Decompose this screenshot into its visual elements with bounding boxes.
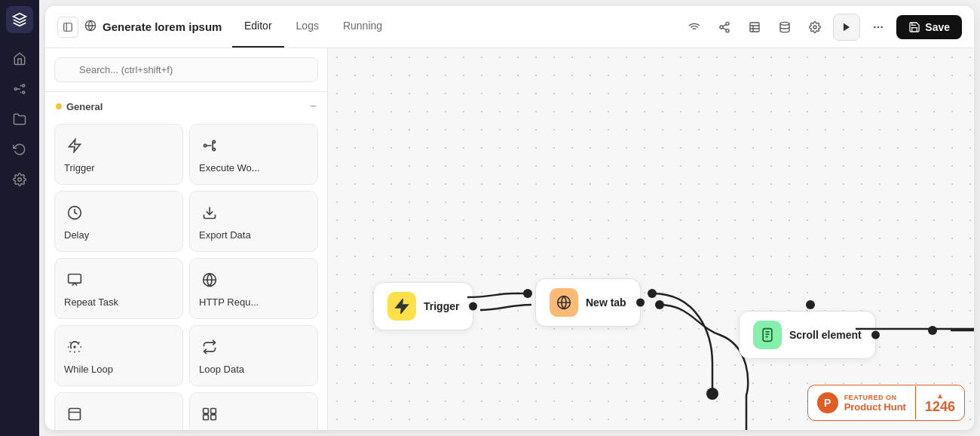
tab-logs[interactable]: Logs — [284, 6, 331, 48]
share-icon-btn[interactable] — [712, 15, 737, 39]
database-icon-btn[interactable] — [773, 15, 797, 39]
save-button[interactable]: Save — [896, 15, 962, 39]
svg-marker-18 — [844, 23, 850, 31]
logo-button[interactable] — [6, 6, 33, 33]
new-tab-node-label: New tab — [586, 296, 626, 309]
svg-point-7 — [726, 22, 729, 25]
block-trigger[interactable]: Trigger — [54, 124, 183, 185]
top-bar: Generate lorem ipsum Editor Logs Running — [45, 6, 974, 48]
tab-editor[interactable]: Editor — [232, 6, 284, 48]
nav-home[interactable] — [6, 45, 33, 72]
svg-point-2 — [23, 91, 25, 94]
broadcast-icon-btn[interactable] — [682, 15, 706, 39]
collapse-button[interactable]: − — [310, 100, 317, 113]
svg-rect-12 — [750, 23, 759, 32]
top-bar-left: Generate lorem ipsum — [57, 17, 223, 38]
block-while-loop[interactable]: While Loop — [54, 325, 183, 386]
ph-logo: P — [817, 392, 838, 413]
svg-point-39 — [806, 300, 815, 309]
svg-point-25 — [204, 144, 207, 146]
block-delay-label: Delay — [64, 229, 89, 241]
sidebar-toggle[interactable] — [57, 17, 78, 38]
svg-point-47 — [706, 388, 718, 400]
svg-point-44 — [523, 289, 532, 298]
delay-icon — [64, 202, 85, 223]
ph-text: FEATURED ON Product Hunt — [844, 394, 906, 413]
scroll-element-node-label: Scroll element — [789, 329, 862, 341]
svg-point-19 — [874, 26, 876, 28]
loop-data-icon — [199, 336, 220, 358]
block-export-data[interactable]: Export Data — [189, 191, 318, 252]
block-loop-break[interactable]: Loop Break... — [54, 392, 183, 430]
svg-point-9 — [726, 29, 729, 32]
svg-rect-33 — [69, 409, 81, 420]
block-export-label: Export Data — [199, 229, 251, 241]
connections-svg — [328, 48, 974, 430]
ph-count: ▲ 1246 — [916, 386, 964, 419]
svg-point-3 — [18, 178, 22, 182]
product-hunt-badge[interactable]: P FEATURED ON Product Hunt ▲ 1246 — [807, 385, 965, 421]
nav-folder[interactable] — [6, 106, 33, 133]
search-bar — [45, 48, 327, 92]
svg-marker-43 — [397, 300, 408, 313]
block-blocks-group[interactable]: Blocks Group — [189, 392, 318, 430]
globe-icon — [84, 20, 96, 35]
blocks-scroll: Trigger Execute Wo... Dela — [45, 118, 327, 430]
node-trigger[interactable]: Trigger — [373, 282, 473, 330]
svg-point-1 — [23, 84, 25, 87]
tab-bar: Editor Logs Running — [232, 6, 673, 48]
gear-icon-btn[interactable] — [803, 15, 827, 39]
block-http-request[interactable]: HTTP Requ... — [189, 258, 318, 319]
ph-product-hunt-name: Product Hunt — [844, 401, 906, 413]
export-data-icon — [199, 202, 220, 223]
nav-settings[interactable] — [6, 166, 33, 193]
block-loop-data[interactable]: Loop Data — [189, 325, 318, 386]
node-new-tab[interactable]: New tab — [535, 278, 641, 327]
block-delay[interactable]: Delay — [54, 191, 183, 252]
section-header: General − — [45, 92, 327, 118]
block-execute-label: Execute Wo... — [199, 162, 260, 173]
nav-history[interactable] — [6, 136, 33, 163]
workflow-title: Generate lorem ipsum — [103, 20, 222, 33]
svg-point-0 — [14, 88, 17, 91]
general-dot — [56, 103, 62, 109]
search-input[interactable] — [54, 57, 318, 82]
trigger-icon — [64, 135, 85, 156]
svg-point-32 — [74, 346, 75, 348]
block-loop-data-label: Loop Data — [199, 364, 244, 375]
svg-point-20 — [877, 26, 880, 28]
svg-point-8 — [720, 26, 723, 29]
main-panel: Generate lorem ipsum Editor Logs Running — [45, 6, 974, 430]
svg-line-10 — [723, 28, 727, 30]
repeat-task-icon — [64, 269, 85, 290]
blocks-panel: General − Trigger — [45, 48, 328, 430]
block-while-label: While Loop — [64, 364, 113, 375]
block-trigger-label: Trigger — [64, 162, 95, 173]
scroll-element-node-icon — [753, 321, 782, 349]
search-wrapper — [54, 57, 318, 82]
svg-rect-38 — [211, 415, 216, 420]
top-bar-right: Save — [682, 14, 962, 41]
tab-running[interactable]: Running — [331, 6, 394, 48]
svg-rect-4 — [64, 23, 72, 31]
svg-point-17 — [813, 26, 816, 29]
new-tab-output-port — [636, 299, 645, 307]
run-button[interactable] — [833, 14, 860, 41]
block-http-label: HTTP Requ... — [199, 296, 259, 308]
block-repeat-task[interactable]: Repeat Task — [54, 258, 183, 319]
icon-sidebar — [0, 0, 39, 436]
more-options-btn[interactable] — [866, 15, 890, 39]
svg-rect-37 — [204, 415, 209, 420]
table-icon-btn[interactable] — [743, 15, 767, 39]
svg-line-11 — [723, 24, 727, 26]
loop-break-icon — [64, 404, 85, 425]
svg-rect-36 — [211, 409, 216, 414]
nav-workflow[interactable] — [6, 75, 33, 103]
canvas[interactable]: Trigger New tab — [328, 48, 974, 430]
while-loop-icon — [64, 336, 85, 358]
block-repeat-label: Repeat Task — [64, 296, 118, 308]
new-tab-node-icon — [550, 288, 578, 317]
svg-point-21 — [881, 26, 884, 28]
svg-point-16 — [780, 22, 789, 25]
block-execute-workflow[interactable]: Execute Wo... — [189, 124, 318, 185]
